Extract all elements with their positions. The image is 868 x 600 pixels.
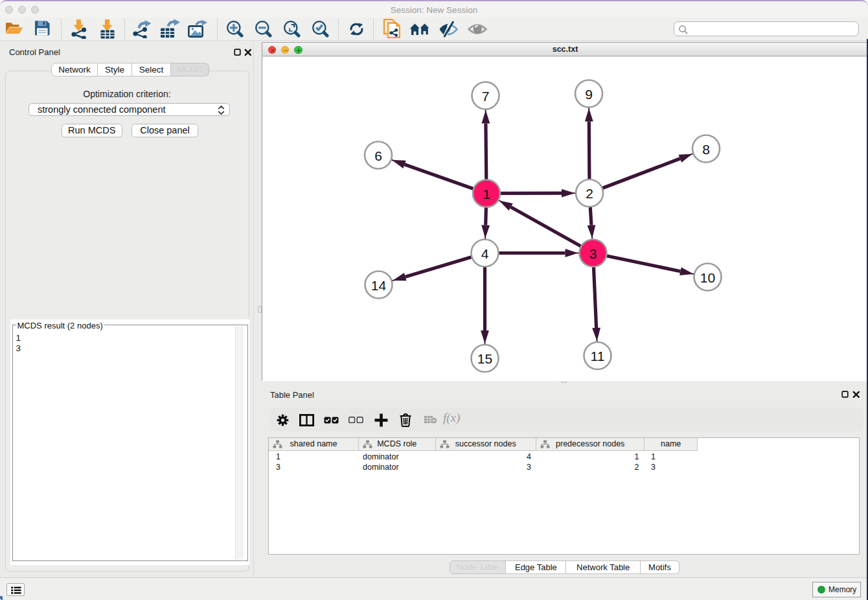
svg-text:4: 4 <box>481 246 489 261</box>
svg-text:3: 3 <box>589 246 597 261</box>
svg-text:11: 11 <box>591 349 605 363</box>
svg-text:2: 2 <box>586 186 593 201</box>
svg-text:10: 10 <box>700 270 715 285</box>
svg-text:9: 9 <box>585 87 593 102</box>
svg-text:7: 7 <box>482 89 490 104</box>
svg-text:15: 15 <box>477 351 492 366</box>
svg-text:14: 14 <box>371 278 387 293</box>
svg-text:6: 6 <box>374 148 382 163</box>
svg-text:1: 1 <box>483 187 490 202</box>
svg-text:8: 8 <box>702 142 710 157</box>
